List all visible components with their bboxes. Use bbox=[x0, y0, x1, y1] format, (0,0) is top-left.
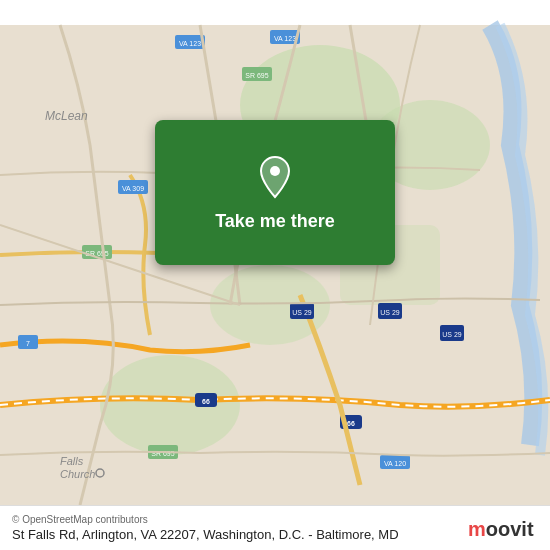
svg-text:7: 7 bbox=[26, 340, 30, 347]
svg-text:US 29: US 29 bbox=[380, 309, 400, 316]
info-bar: © OpenStreetMap contributors St Falls Rd… bbox=[0, 505, 550, 550]
copyright-text: © OpenStreetMap contributors bbox=[12, 514, 399, 525]
info-left: © OpenStreetMap contributors St Falls Rd… bbox=[12, 514, 399, 542]
svg-text:66: 66 bbox=[347, 420, 355, 427]
location-pin-icon bbox=[251, 153, 299, 201]
svg-text:66: 66 bbox=[202, 398, 210, 405]
svg-text:VA 309: VA 309 bbox=[122, 185, 144, 192]
svg-text:McLean: McLean bbox=[45, 109, 88, 123]
moovit-logo: moovit bbox=[468, 514, 538, 542]
svg-text:SR 695: SR 695 bbox=[245, 72, 268, 79]
svg-text:VA 120: VA 120 bbox=[384, 460, 406, 467]
svg-point-36 bbox=[270, 166, 280, 176]
cta-label: Take me there bbox=[215, 211, 335, 232]
svg-text:Falls: Falls bbox=[60, 455, 84, 467]
svg-text:VA 123: VA 123 bbox=[179, 40, 201, 47]
moovit-logo-svg: moovit bbox=[468, 514, 538, 542]
svg-text:US 29: US 29 bbox=[442, 331, 462, 338]
svg-text:US 29: US 29 bbox=[292, 309, 312, 316]
map-svg: 66 66 7 SR 695 SR 695 VA 309 US 29 US 29… bbox=[0, 0, 550, 550]
svg-text:Church: Church bbox=[60, 468, 95, 480]
cta-button[interactable]: Take me there bbox=[155, 120, 395, 265]
svg-text:SR 695: SR 695 bbox=[151, 450, 174, 457]
svg-text:VA 123: VA 123 bbox=[274, 35, 296, 42]
svg-point-4 bbox=[100, 355, 240, 455]
svg-text:moovit: moovit bbox=[468, 518, 534, 540]
map-container: 66 66 7 SR 695 SR 695 VA 309 US 29 US 29… bbox=[0, 0, 550, 550]
address-text: St Falls Rd, Arlington, VA 22207, Washin… bbox=[12, 527, 399, 542]
